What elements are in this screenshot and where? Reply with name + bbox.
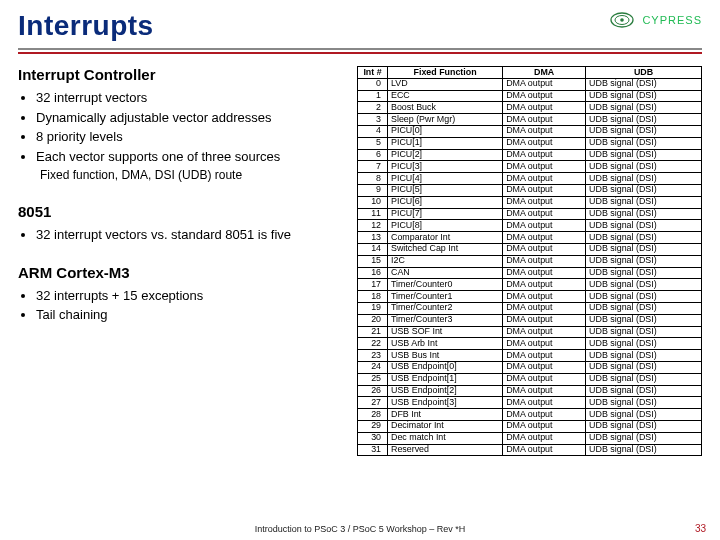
table-cell: DMA output: [503, 314, 586, 326]
table-cell: DMA output: [503, 255, 586, 267]
table-row: 7PICU[3]DMA outputUDB signal (DSI): [358, 161, 702, 173]
table-cell: 29: [358, 420, 388, 432]
table-cell: UDB signal (DSI): [586, 432, 702, 444]
bullet: Tail chaining: [36, 306, 343, 324]
table-cell: UDB signal (DSI): [586, 173, 702, 185]
sub-bullet: Fixed function, DMA, DSI (UDB) route: [18, 167, 343, 183]
svg-point-2: [621, 18, 625, 22]
table-cell: UDB signal (DSI): [586, 373, 702, 385]
table-header: Fixed Function: [388, 67, 503, 79]
divider-accent: [18, 52, 702, 54]
table-cell: DMA output: [503, 432, 586, 444]
table-row: 31ReservedDMA outputUDB signal (DSI): [358, 444, 702, 456]
table-cell: 16: [358, 267, 388, 279]
table-cell: UDB signal (DSI): [586, 397, 702, 409]
bullet: 32 interrupt vectors vs. standard 8051 i…: [36, 226, 343, 244]
table-cell: PICU[0]: [388, 125, 503, 137]
table-cell: 22: [358, 338, 388, 350]
table-cell: 7: [358, 161, 388, 173]
table-cell: 0: [358, 78, 388, 90]
table-cell: UDB signal (DSI): [586, 326, 702, 338]
table-cell: UDB signal (DSI): [586, 255, 702, 267]
table-cell: DMA output: [503, 90, 586, 102]
table-row: 14Switched Cap IntDMA outputUDB signal (…: [358, 243, 702, 255]
table-cell: PICU[8]: [388, 220, 503, 232]
table-cell: PICU[3]: [388, 161, 503, 173]
table-cell: DMA output: [503, 243, 586, 255]
table-cell: UDB signal (DSI): [586, 149, 702, 161]
table-cell: DMA output: [503, 267, 586, 279]
table-header: UDB: [586, 67, 702, 79]
interrupt-table: Int # Fixed Function DMA UDB 0LVDDMA out…: [357, 66, 702, 456]
table-cell: DMA output: [503, 338, 586, 350]
table-cell: UDB signal (DSI): [586, 338, 702, 350]
table-cell: UDB signal (DSI): [586, 137, 702, 149]
table-cell: UDB signal (DSI): [586, 350, 702, 362]
table-cell: DMA output: [503, 361, 586, 373]
logo-text: CYPRESS: [642, 14, 702, 26]
table-cell: DMA output: [503, 409, 586, 421]
table-cell: DMA output: [503, 161, 586, 173]
cypress-logo-icon: [610, 10, 638, 30]
table-cell: 25: [358, 373, 388, 385]
table-cell: Sleep (Pwr Mgr): [388, 114, 503, 126]
heading-8051: 8051: [18, 203, 343, 220]
table-row: 19Timer/Counter2DMA outputUDB signal (DS…: [358, 302, 702, 314]
table-row: 10PICU[6]DMA outputUDB signal (DSI): [358, 196, 702, 208]
page-number: 33: [695, 523, 706, 534]
table-cell: UDB signal (DSI): [586, 420, 702, 432]
table-row: 12PICU[8]DMA outputUDB signal (DSI): [358, 220, 702, 232]
table-cell: 19: [358, 302, 388, 314]
table-cell: DMA output: [503, 149, 586, 161]
table-cell: DFB Int: [388, 409, 503, 421]
table-row: 27USB Endpoint[3]DMA outputUDB signal (D…: [358, 397, 702, 409]
table-cell: 12: [358, 220, 388, 232]
table-cell: UDB signal (DSI): [586, 267, 702, 279]
table-cell: UDB signal (DSI): [586, 444, 702, 456]
table-cell: UDB signal (DSI): [586, 90, 702, 102]
bullet: 8 priority levels: [36, 128, 343, 146]
table-cell: UDB signal (DSI): [586, 314, 702, 326]
table-row: 6PICU[2]DMA outputUDB signal (DSI): [358, 149, 702, 161]
table-cell: UDB signal (DSI): [586, 208, 702, 220]
heading-arm: ARM Cortex-M3: [18, 264, 343, 281]
table-cell: DMA output: [503, 220, 586, 232]
table-cell: DMA output: [503, 184, 586, 196]
table-row: 23USB Bus IntDMA outputUDB signal (DSI): [358, 350, 702, 362]
table-cell: UDB signal (DSI): [586, 243, 702, 255]
table-cell: 3: [358, 114, 388, 126]
table-cell: DMA output: [503, 196, 586, 208]
table-row: 1ECCDMA outputUDB signal (DSI): [358, 90, 702, 102]
table-cell: DMA output: [503, 302, 586, 314]
table-cell: Dec match Int: [388, 432, 503, 444]
table-cell: DMA output: [503, 102, 586, 114]
table-cell: 1: [358, 90, 388, 102]
table-cell: USB Arb Int: [388, 338, 503, 350]
table-cell: PICU[6]: [388, 196, 503, 208]
table-cell: UDB signal (DSI): [586, 125, 702, 137]
table-cell: I2C: [388, 255, 503, 267]
table-row: 17Timer/Counter0DMA outputUDB signal (DS…: [358, 279, 702, 291]
table-cell: DMA output: [503, 291, 586, 303]
table-header: Int #: [358, 67, 388, 79]
table-row: 13Comparator IntDMA outputUDB signal (DS…: [358, 232, 702, 244]
table-row: 0LVDDMA outputUDB signal (DSI): [358, 78, 702, 90]
table-cell: 6: [358, 149, 388, 161]
content-left: Interrupt Controller 32 interrupt vector…: [18, 66, 343, 456]
table-cell: UDB signal (DSI): [586, 102, 702, 114]
table-row: 3Sleep (Pwr Mgr)DMA outputUDB signal (DS…: [358, 114, 702, 126]
table-cell: 30: [358, 432, 388, 444]
table-cell: 17: [358, 279, 388, 291]
table-cell: 11: [358, 208, 388, 220]
table-cell: UDB signal (DSI): [586, 196, 702, 208]
table-cell: Switched Cap Int: [388, 243, 503, 255]
table-row: 5PICU[1]DMA outputUDB signal (DSI): [358, 137, 702, 149]
table-cell: PICU[7]: [388, 208, 503, 220]
table-cell: DMA output: [503, 444, 586, 456]
table-cell: 18: [358, 291, 388, 303]
bullet: 32 interrupts + 15 exceptions: [36, 287, 343, 305]
page-title: Interrupts: [18, 10, 154, 42]
table-cell: UDB signal (DSI): [586, 78, 702, 90]
table-cell: 15: [358, 255, 388, 267]
table-cell: Timer/Counter3: [388, 314, 503, 326]
